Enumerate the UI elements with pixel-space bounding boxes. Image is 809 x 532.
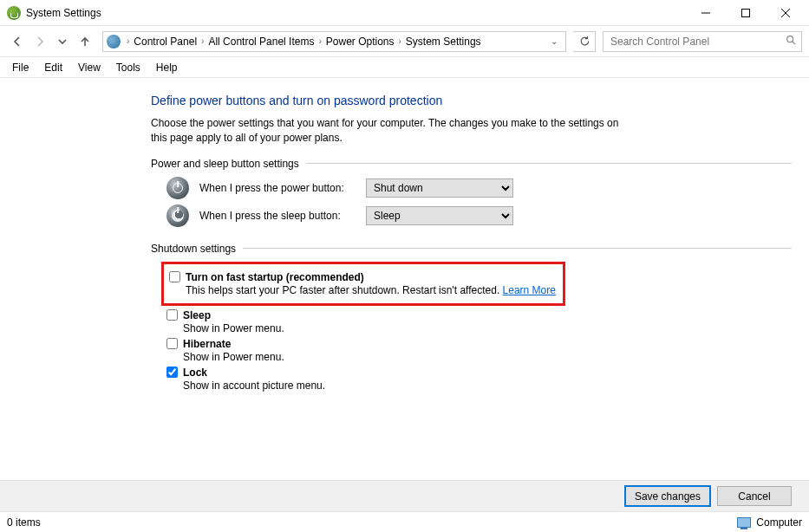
- breadcrumb-item[interactable]: All Control Panel Items: [206, 36, 316, 48]
- sleep-checkbox[interactable]: [166, 309, 178, 321]
- sleep-icon: [166, 204, 189, 227]
- fast-startup-checkbox[interactable]: [169, 271, 180, 282]
- breadcrumb-item[interactable]: Control Panel: [132, 36, 199, 48]
- power-button-select[interactable]: Shut down: [366, 178, 513, 198]
- address-bar[interactable]: › Control Panel › All Control Panel Item…: [102, 31, 566, 52]
- lock-item: Lock Show in account picture menu.: [166, 367, 792, 392]
- breadcrumb-item[interactable]: System Settings: [404, 36, 483, 48]
- sleep-sub: Show in Power menu.: [183, 322, 792, 334]
- cancel-button[interactable]: Cancel: [717, 486, 792, 506]
- lock-checkbox[interactable]: [166, 367, 178, 378]
- search-input[interactable]: [609, 35, 786, 49]
- status-left: 0 items: [7, 516, 737, 529]
- lock-sub: Show in account picture menu.: [183, 380, 792, 392]
- chevron-right-icon: ›: [396, 36, 404, 46]
- section-shutdown: Shutdown settings: [151, 243, 792, 255]
- highlight-fast-startup: Turn on fast startup (recommended) This …: [161, 262, 565, 306]
- learn-more-link[interactable]: Learn More: [503, 284, 556, 296]
- maximize-button[interactable]: [726, 0, 766, 26]
- sleep-button-row: When I press the sleep button: Sleep: [166, 204, 792, 227]
- section-label: Power and sleep button settings: [151, 158, 306, 170]
- page-title: Define power buttons and turn on passwor…: [151, 94, 792, 107]
- back-button[interactable]: [7, 31, 28, 52]
- app-icon: [7, 6, 21, 20]
- sleep-button-label: When I press the sleep button:: [199, 210, 356, 222]
- refresh-button[interactable]: [573, 31, 596, 52]
- search-icon: [786, 35, 796, 48]
- recent-dropdown[interactable]: [52, 31, 73, 52]
- up-button[interactable]: [75, 31, 95, 52]
- svg-point-5: [787, 36, 793, 42]
- status-right: Computer: [756, 516, 802, 529]
- chevron-right-icon: ›: [316, 36, 323, 46]
- sleep-label: Sleep: [183, 309, 211, 321]
- forward-button[interactable]: [29, 31, 50, 52]
- fast-startup-label: Turn on fast startup (recommended): [186, 271, 364, 283]
- power-button-row: When I press the power button: Shut down: [166, 177, 792, 199]
- save-button[interactable]: Save changes: [625, 486, 710, 506]
- fast-startup-item: Turn on fast startup (recommended) This …: [169, 271, 556, 296]
- lock-label: Lock: [183, 367, 207, 379]
- breadcrumb-item[interactable]: Power Options: [324, 36, 396, 48]
- page-description: Choose the power settings that you want …: [151, 116, 636, 146]
- section-label: Shutdown settings: [151, 243, 243, 255]
- hibernate-checkbox[interactable]: [166, 338, 178, 349]
- computer-icon: [737, 517, 751, 528]
- chevron-right-icon: ›: [124, 36, 132, 46]
- svg-rect-1: [742, 9, 750, 16]
- sleep-item: Sleep Show in Power menu.: [166, 309, 792, 334]
- button-bar: Save changes Cancel: [0, 480, 809, 511]
- hibernate-item: Hibernate Show in Power menu.: [166, 338, 792, 363]
- fast-startup-sub: This helps start your PC faster after sh…: [186, 284, 556, 296]
- status-bar: 0 items Computer: [0, 511, 809, 532]
- close-button[interactable]: [766, 0, 806, 26]
- section-power-sleep: Power and sleep button settings: [151, 158, 792, 170]
- address-icon: [107, 35, 121, 49]
- sleep-button-select[interactable]: Sleep: [366, 206, 513, 225]
- title-bar: System Settings: [0, 0, 809, 26]
- menu-help[interactable]: Help: [149, 60, 185, 75]
- menu-edit[interactable]: Edit: [37, 60, 69, 75]
- chevron-right-icon: ›: [199, 36, 206, 46]
- menu-view[interactable]: View: [71, 60, 108, 75]
- window-title: System Settings: [26, 7, 686, 19]
- content-area: Define power buttons and turn on passwor…: [0, 78, 809, 487]
- power-icon: [166, 177, 189, 199]
- menu-bar: File Edit View Tools Help: [0, 57, 809, 78]
- section-rule: [243, 248, 792, 249]
- hibernate-sub: Show in Power menu.: [183, 351, 792, 363]
- hibernate-label: Hibernate: [183, 338, 231, 350]
- menu-file[interactable]: File: [5, 60, 36, 75]
- minimize-button[interactable]: [686, 0, 726, 26]
- search-box[interactable]: [603, 31, 802, 52]
- navigation-bar: › Control Panel › All Control Panel Item…: [0, 26, 809, 57]
- power-button-label: When I press the power button:: [199, 182, 356, 194]
- address-dropdown[interactable]: ⌄: [546, 36, 562, 46]
- fast-startup-subtext: This helps start your PC faster after sh…: [186, 284, 503, 296]
- section-rule: [306, 163, 792, 164]
- menu-tools[interactable]: Tools: [109, 60, 147, 75]
- svg-line-6: [793, 42, 795, 44]
